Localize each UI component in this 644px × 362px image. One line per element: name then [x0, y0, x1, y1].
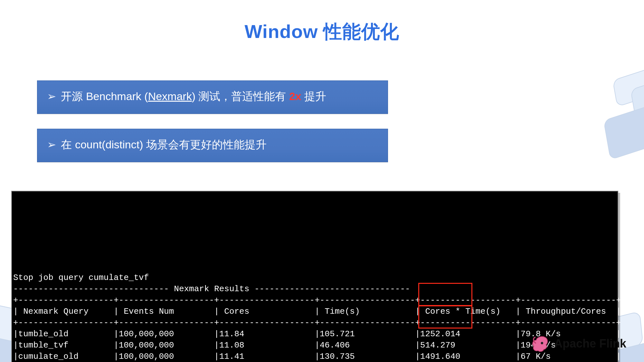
terminal-output: Stop job query cumulate_tvf-------------…	[11, 191, 618, 362]
bullet1-mid: ) 测试，普适性能有	[192, 90, 289, 102]
bullet1-prefix: 开源 Benchmark (	[61, 90, 148, 102]
bullet1-link: Nexmark	[148, 90, 192, 102]
terminal-line: Stop job query cumulate_tvf	[13, 272, 616, 283]
terminal-line: |tumble_tvf |100,000,000 |11.08 |46.406 …	[13, 340, 616, 351]
decor-cloud-right	[584, 56, 644, 169]
terminal-line: |cumulate_old |100,000,000 |11.41 |130.7…	[13, 351, 616, 362]
footer: Apache Flink	[530, 334, 626, 353]
terminal-line: | Nexmark Query | Events Num | Cores | T…	[13, 306, 616, 317]
footer-brand: Apache Flink	[554, 337, 626, 350]
chevron-right-icon: ➢	[47, 138, 54, 151]
terminal-line: +-------------------+-------------------…	[13, 317, 616, 329]
terminal-line: |tumble_old |100,000,000 |11.84 |105.721…	[13, 329, 616, 340]
slide-title: Window 性能优化	[0, 19, 644, 44]
bullet1-highlight: 2x	[289, 90, 301, 102]
svg-point-0	[541, 342, 543, 344]
bullet-benchmark: ➢ 开源 Benchmark (Nexmark) 测试，普适性能有 2x 提升	[37, 80, 388, 114]
terminal-line: +-------------------+-------------------…	[13, 295, 616, 306]
bullet2-text: 在 count(distinct) 场景会有更好的性能提升	[61, 138, 267, 151]
flink-logo-icon	[530, 334, 549, 353]
bullet1-suffix: 提升	[301, 90, 326, 102]
terminal-line: ------------------------------- Nexmark …	[13, 283, 616, 295]
chevron-right-icon: ➢	[47, 90, 54, 103]
bullet-count-distinct: ➢ 在 count(distinct) 场景会有更好的性能提升	[37, 129, 388, 162]
